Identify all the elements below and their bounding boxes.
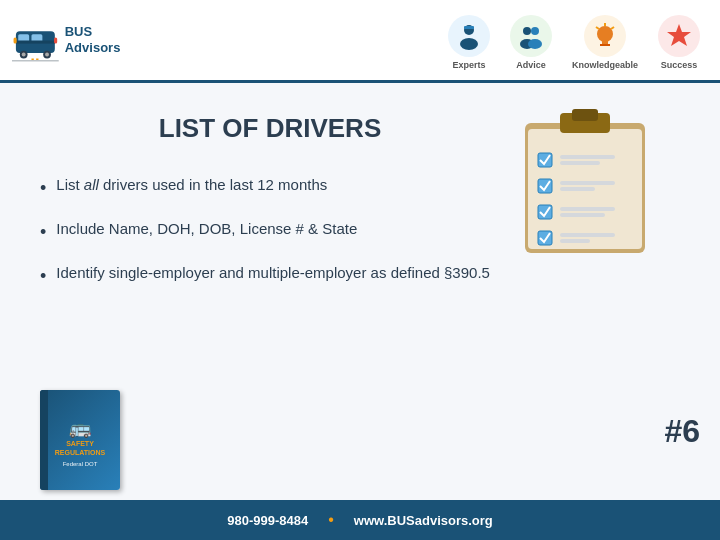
svg-point-19 xyxy=(597,26,613,42)
header: BUS Advisors Experts Advice Knowledgeabl… xyxy=(0,0,720,83)
svg-point-7 xyxy=(45,52,49,56)
svg-rect-31 xyxy=(560,155,615,159)
advice-icon-item: Advice xyxy=(510,15,552,70)
experts-label: Experts xyxy=(452,60,485,70)
experts-icon xyxy=(448,15,490,57)
main-content: LIST OF DRIVERS xyxy=(0,83,720,500)
bullet-dot-1: • xyxy=(40,175,46,202)
svg-rect-14 xyxy=(464,26,474,29)
svg-rect-38 xyxy=(560,213,605,217)
advice-icon xyxy=(510,15,552,57)
svg-point-16 xyxy=(531,27,539,35)
footer-website: www.BUSadvisors.org xyxy=(354,513,493,528)
svg-rect-34 xyxy=(560,181,615,185)
experts-icon-item: Experts xyxy=(448,15,490,70)
book-cover: 🚌 SAFETYRegulations Federal DOT xyxy=(40,390,120,490)
success-icon-item: Success xyxy=(658,15,700,70)
logo-area: BUS Advisors xyxy=(0,5,150,76)
svg-rect-3 xyxy=(16,40,55,43)
knowledgeable-icon-item: Knowledgeable xyxy=(572,15,638,70)
svg-rect-35 xyxy=(560,187,595,191)
header-icons: Experts Advice Knowledgeable Success xyxy=(428,7,720,74)
success-icon xyxy=(658,15,700,57)
svg-rect-21 xyxy=(600,44,610,46)
advice-label: Advice xyxy=(516,60,546,70)
safety-book: 🚌 SAFETYRegulations Federal DOT xyxy=(40,390,120,490)
bullet-text-1: List all drivers used in the last 12 mon… xyxy=(56,174,327,197)
svg-rect-9 xyxy=(54,37,57,43)
svg-rect-29 xyxy=(572,109,598,121)
svg-point-18 xyxy=(528,39,542,49)
book-spine xyxy=(40,390,48,490)
svg-rect-20 xyxy=(602,40,608,44)
svg-rect-41 xyxy=(560,239,590,243)
book-person-icon: 🚌 xyxy=(69,417,91,439)
logo-text: BUS Advisors xyxy=(65,24,138,55)
svg-line-24 xyxy=(596,27,599,29)
svg-point-15 xyxy=(523,27,531,35)
footer-separator: • xyxy=(328,511,334,529)
svg-rect-37 xyxy=(560,207,615,211)
footer-phone: 980-999-8484 xyxy=(227,513,308,528)
svg-rect-32 xyxy=(560,161,600,165)
bullet-dot-2: • xyxy=(40,219,46,246)
slide-number: #6 xyxy=(664,413,700,450)
svg-point-13 xyxy=(460,38,478,50)
bullet-item-3: • Identify single-employer and multiple-… xyxy=(40,262,680,290)
bus-logo-icon xyxy=(12,13,59,68)
svg-marker-25 xyxy=(667,24,691,46)
svg-line-23 xyxy=(611,27,614,29)
svg-rect-40 xyxy=(560,233,615,237)
bullet-dot-3: • xyxy=(40,263,46,290)
book-subtitle: Federal DOT xyxy=(63,461,98,467)
knowledgeable-label: Knowledgeable xyxy=(572,60,638,70)
book-title: SAFETYRegulations xyxy=(55,439,105,457)
footer: 980-999-8484 • www.BUSadvisors.org xyxy=(0,500,720,540)
clipboard-illustration xyxy=(510,103,660,263)
success-label: Success xyxy=(661,60,698,70)
svg-point-5 xyxy=(22,52,26,56)
bullet-text-3: Identify single-employer and multiple-em… xyxy=(56,262,490,285)
knowledgeable-icon xyxy=(584,15,626,57)
content-inner: LIST OF DRIVERS xyxy=(40,113,680,290)
svg-rect-8 xyxy=(14,37,17,43)
bullet-text-2: Include Name, DOH, DOB, License # & Stat… xyxy=(56,218,357,241)
